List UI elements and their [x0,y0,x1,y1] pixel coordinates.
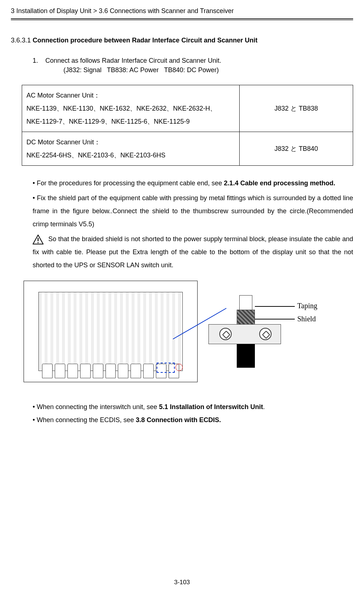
step-1: 1. Connect as follows Radar Interface Ci… [11,57,353,65]
conn-j832: (J832: Signal [63,66,102,74]
taping-leader-line [255,306,295,307]
shield-leader-line [255,319,295,319]
cable-clamp-figure: Taping Shield [208,295,328,368]
ac-models-1: NKE-1139、NKE-1130、NKE-1632、NKE-2632、NKE-… [26,102,235,115]
ac-label: AC Motor Scanner Unit： [26,89,235,102]
dashed-highlight-box [157,363,175,373]
bolt-left [219,328,232,340]
ac-models-2: NKE-1129-7、NKE-1129-9、NKE-1125-6、NKE-112… [26,115,235,128]
section-title-text: Connection procedure between Radar Inter… [33,37,257,44]
table-row: AC Motor Scanner Unit： NKE-1139、NKE-1130… [22,85,353,132]
b1-post: . [263,403,265,411]
scanner-unit-table: AC Motor Scanner Unit： NKE-1139、NKE-1130… [22,85,353,166]
cable-jacket [237,344,255,368]
section-heading: 3.6.3.1 Connection procedure between Rad… [11,37,353,44]
bullet-ecdis: • When connecting the ECDIS, see 3.8 Con… [11,413,353,426]
conn-tb840: TB840: DC Power) [164,66,219,74]
para3-text: So that the braided shield is not shorte… [33,235,353,269]
para-shield-fix: • Fix the shield part of the equipment c… [11,191,353,231]
table-row: DC Motor Scanner Unit： NKE-2254-6HS、NKE-… [22,132,353,166]
b1-pre: • When connecting the interswitch unit, … [33,403,159,411]
board-inner-area [38,292,183,371]
page-number: 3-103 [0,579,364,586]
conn-tb838: TB838: AC Power [107,66,159,74]
step-1-text: Connect as follows Radar Interface Circu… [45,57,221,64]
ac-motor-cell: AC Motor Scanner Unit： NKE-1139、NKE-1130… [22,85,240,132]
dc-connectors-cell: J832 と TB840 [240,132,353,166]
connectors-line: (J832: Signal TB838: AC Power TB840: DC … [11,66,353,74]
red-circle-highlight [175,364,183,371]
circuit-board-figure [24,281,198,382]
para-warning-shield: So that the braided shield is not shorte… [11,232,353,272]
section-number: 3.6.3.1 [11,37,33,44]
label-taping: Taping [297,302,317,310]
para-cable-end: • For the procedures for processing the … [11,177,353,190]
label-shield: Shield [297,315,316,323]
svg-point-2 [37,242,38,243]
b2-bold: 3.8 Connection with ECDIS. [136,416,221,424]
b2-pre: • When connecting the ECDIS, see [33,416,136,424]
dc-label: DC Motor Scanner Unit： [26,136,235,149]
dc-motor-cell: DC Motor Scanner Unit： NKE-2254-6HS、NKE-… [22,132,240,166]
breadcrumb: 3 Installation of Display Unit > 3.6 Con… [11,7,353,18]
b1-bold: 5.1 Installation of Interswitch Unit [159,403,263,411]
step-1-number: 1. [33,57,38,64]
dc-models: NKE-2254-6HS、NKE-2103-6、NKE-2103-6HS [26,149,235,162]
figure-row: Taping Shield [24,281,353,382]
ac-connectors-cell: J832 と TB838 [240,85,353,132]
warning-icon [33,235,44,244]
para1-pre: • For the procedures for processing the … [33,180,224,187]
cable-top [239,295,252,312]
header-rule [11,18,353,20]
para1-bold: 2.1.4 Cable end processing method. [224,180,335,187]
bolt-right [259,328,272,340]
bullet-interswitch: • When connecting the interswitch unit, … [11,400,353,413]
